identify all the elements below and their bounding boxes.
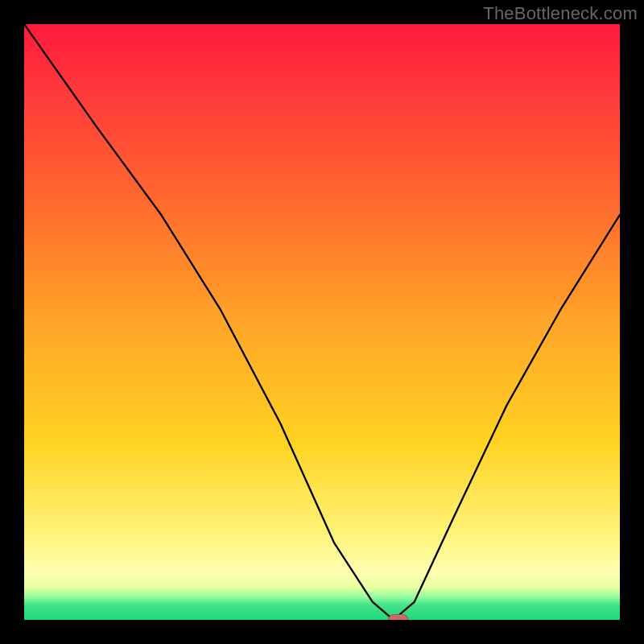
minimum-marker [389,615,408,621]
curve-path [24,24,620,620]
chart-stage: TheBottleneck.com [0,0,644,644]
plot-area [24,24,620,620]
bottleneck-curve [24,24,620,620]
attribution-text: TheBottleneck.com [483,3,638,24]
